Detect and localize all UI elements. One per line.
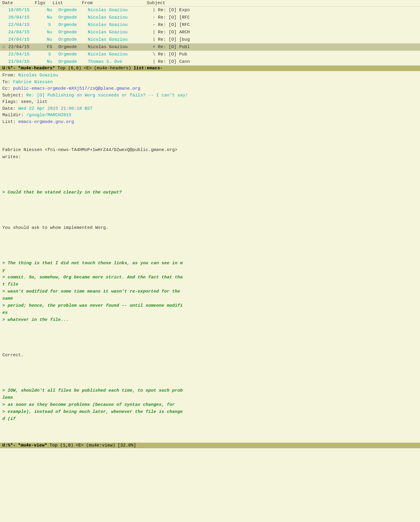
header-flags: Flgs (35, 1, 52, 6)
status2-extra: [32.0%] (118, 443, 136, 448)
email-body: Fabrice Niessen <fni-news-TA4HMoP+1wHrZ4… (2, 132, 418, 437)
email-list: Date Flgs List From Subject 18/05/15 Nu … (0, 0, 420, 65)
to-value-text: Fabrice Niessen (13, 80, 53, 85)
list-value-text: emacs-orgmode.gnu.org (18, 119, 74, 124)
date-value-text: Wed 22 Apr 2015 21:00:18 BST (18, 106, 93, 111)
maildir-label: Maildir: (2, 113, 24, 118)
email-from: Nicolas Goaziou (88, 22, 153, 28)
subject-value-text: Re: [O] Publishing on Worg succeeds or f… (26, 93, 188, 98)
status2-position: Top (1,0) (50, 443, 73, 448)
email-flags: S (41, 51, 58, 58)
email-from: Nicolas Goaziou (88, 44, 153, 50)
email-date: 21/04/15 (8, 59, 41, 65)
email-header-date: Date: Wed 22 Apr 2015 21:00:18 BST (2, 106, 418, 112)
email-list-name: Orgmode (58, 51, 88, 58)
header-from: From (82, 1, 147, 6)
email-view: From: Nicolas Goaziou To: Fabrice Niesse… (0, 71, 420, 438)
email-flags: Nu (41, 7, 58, 13)
reply-2: Correct. (2, 352, 418, 359)
email-row[interactable]: 22/04/15 S Orgmode Nicolas Goaziou - Re:… (0, 21, 420, 29)
email-row[interactable]: 24/04/15 Nu Orgmode Nicolas Goaziou | Re… (0, 29, 420, 36)
email-header-flags: Flags: seen, list (2, 99, 418, 106)
subject-label: Subject: (2, 93, 24, 98)
quote-1: > Could that be stated clearly in the ou… (2, 189, 418, 196)
status-bar-headers: U:%*- *mu4e-headers* Top (6,0) <E> (mu4e… (0, 65, 420, 71)
email-subject: + Re: [O] Publ (153, 44, 418, 50)
email-from: Nicolas Goaziou (88, 14, 153, 21)
email-subject: | Re: [O] [bug (153, 37, 418, 43)
email-from: Nicolas Goaziou (88, 7, 153, 13)
email-list-name: Orgmode (58, 44, 88, 50)
checkbox (2, 59, 8, 65)
email-flags: Nu (41, 29, 58, 35)
email-client: Date Flgs List From Subject 18/05/15 Nu … (0, 0, 420, 448)
email-intro: Fabrice Niessen <fni-news-TA4HMoP+1wHrZ4… (2, 147, 418, 161)
email-list-name: Orgmode (58, 14, 88, 21)
email-header-from: From: Nicolas Goaziou (2, 72, 418, 79)
email-flags: Nu (41, 37, 58, 43)
status-mode-info: (mu4e-headers) (94, 66, 131, 71)
email-flags: S (41, 22, 58, 28)
quote-3: > IOW, shouldn't all files be published … (2, 387, 418, 423)
email-row[interactable]: 21/04/15 Nu Orgmode Thomas S. Dve | Re: … (0, 58, 420, 65)
header-date: Date (2, 1, 35, 6)
email-header-maildir: Maildir: /google/MARCH2015 (2, 112, 418, 119)
email-header-subject: Subject: Re: [O] Publishing on Worg succ… (2, 92, 418, 99)
status-mode: U:%*- (2, 66, 16, 71)
status2-mode-info: (mu4e:view) (86, 443, 115, 448)
status-bar-view: U:%*- *mu4e-view* Top (1,0) <E> (mu4e:vi… (0, 443, 420, 448)
email-row-selected[interactable]: ☐ 22/04/15 FS Orgmode Nicolas Goaziou + … (0, 43, 420, 51)
status-extra: list:emacs- (134, 66, 163, 71)
checkbox (2, 7, 8, 13)
email-date: 18/05/15 (8, 7, 41, 13)
email-from: Nicolas Goaziou (88, 29, 153, 35)
email-row[interactable]: 22/04/15 S Orgmode Nicolas Goaziou \ Re:… (0, 51, 420, 58)
checkbox: ☐ (2, 44, 8, 50)
email-date: 22/04/15 (8, 51, 41, 58)
email-list-header-row: Date Flgs List From Subject (0, 0, 420, 6)
email-date: 24/04/15 (8, 29, 41, 35)
email-header-cc: Cc: public-emacs-orgmode-mXXj517/zsQ@pla… (2, 86, 418, 92)
status-encoding: <E> (84, 66, 92, 71)
email-from: Nicolas Goaziou (88, 37, 153, 43)
header-list: List (52, 1, 82, 6)
email-flags: Nu (41, 59, 58, 65)
maildir-value-text: /google/MARCH2015 (26, 113, 71, 118)
email-list-name: Orgmode (58, 7, 88, 13)
checkbox (2, 29, 8, 35)
header-subject: Subject (147, 1, 418, 6)
email-date: 26/04/15 (8, 14, 41, 21)
email-subject: | Re: [O] ARCH (153, 29, 418, 35)
status2-mode: U:%*- (2, 443, 16, 448)
email-subject: | Re: [O] Cann (153, 59, 418, 65)
email-list-name: Orgmode (58, 59, 88, 65)
flags-label: Flags: (2, 99, 18, 104)
email-list-name: Orgmode (58, 37, 88, 43)
cc-value-text: public-emacs-orgmode-mXXj517/zsQ@plane.g… (13, 86, 140, 91)
from-label: From: (2, 73, 16, 78)
checkbox (2, 14, 8, 21)
flags-value-text: seen, list (21, 99, 47, 104)
email-header-list: List: emacs-orgmode.gnu.org (2, 119, 418, 126)
email-flags: Nu (41, 14, 58, 21)
email-date: 22/04/15 (8, 22, 41, 28)
cc-label: Cc: (2, 86, 10, 91)
email-list-name: Orgmode (58, 22, 88, 28)
email-list-name: Orgmode (58, 29, 88, 35)
checkbox (2, 51, 8, 58)
reply-1: You should ask to whom implemented Worg. (2, 224, 418, 232)
list-label: List: (2, 119, 16, 124)
email-from: Nicolas Goaziou (88, 51, 153, 58)
email-flags: FS (41, 44, 58, 50)
email-row[interactable]: 24/04/15 Nu Orgmode Nicolas Goaziou | Re… (0, 36, 420, 43)
email-subject: | Re: [O] Expo (153, 7, 418, 13)
email-date: 24/04/15 (8, 37, 41, 43)
status2-buffer-name: *mu4e-view* (18, 443, 47, 448)
from-value-text: Nicolas Goaziou (18, 73, 58, 78)
email-row[interactable]: 18/05/15 Nu Orgmode Nicolas Goaziou | Re… (0, 6, 420, 14)
to-label: To: (2, 80, 10, 85)
email-subject: - Re: [O] [RFC (153, 22, 418, 28)
email-subject: \ Re: [O] Pub (153, 51, 418, 58)
email-subject: - Re: [O] [RFC (153, 14, 418, 21)
email-row[interactable]: 26/04/15 Nu Orgmode Nicolas Goaziou - Re… (0, 14, 420, 21)
